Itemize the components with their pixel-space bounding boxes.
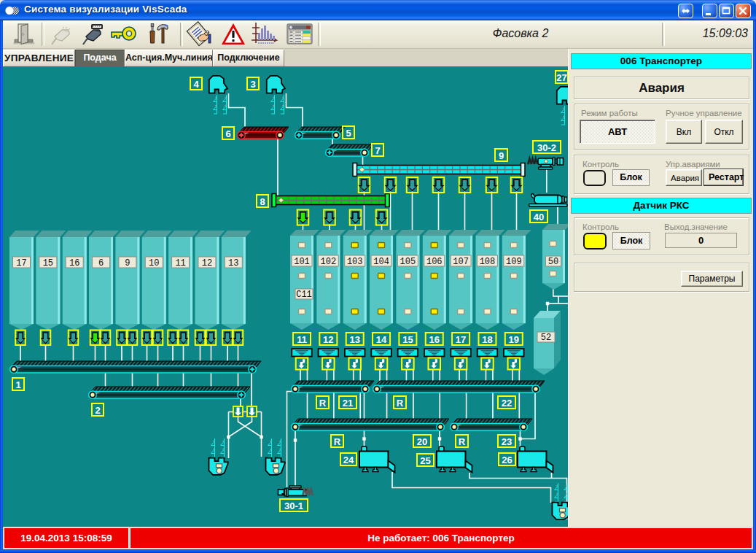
silo-mid-106-text[interactable]: 106: [426, 257, 443, 267]
resize-button[interactable]: [678, 4, 693, 18]
equip-label-24-text[interactable]: 24: [343, 455, 354, 465]
silo-109-level-indicator[interactable]: [510, 274, 517, 279]
machine-30-1[interactable]: [278, 486, 307, 497]
silo-left-6-top[interactable]: [89, 231, 119, 237]
machine-30-2[interactable]: [538, 158, 564, 169]
silo-left-10-top[interactable]: [142, 231, 172, 237]
silo-left-6-body[interactable]: [89, 237, 113, 324]
silo-left-16-funnel[interactable]: [63, 324, 87, 330]
gate-valve-18-glyph2[interactable]: [486, 362, 488, 366]
silo-left-13-funnel[interactable]: [222, 324, 246, 330]
equip-label-1-text[interactable]: 1: [15, 379, 20, 390]
gate-label-13-text[interactable]: 13: [349, 334, 359, 345]
machine-30-2-flange2[interactable]: [556, 159, 557, 164]
gate-label-19-text[interactable]: 19: [509, 334, 519, 345]
silo-104-level-indicator[interactable]: [378, 274, 385, 279]
gate-valve-14-glyph1[interactable]: [382, 359, 384, 363]
silo-left-17-top[interactable]: [9, 231, 39, 237]
elevator-boot-1-eye[interactable]: [273, 468, 278, 473]
gate-valve-14-glyph3[interactable]: [378, 366, 383, 368]
silo-left-17-text[interactable]: 17: [16, 258, 26, 268]
elevator-belt-1[interactable]: [271, 95, 284, 114]
silo-mid-104-funnel[interactable]: [370, 323, 393, 330]
silo-mid-104-text[interactable]: 104: [373, 257, 389, 267]
silo-104-level-indicator[interactable]: [378, 243, 385, 248]
gate-valve-19-glyph1[interactable]: [515, 359, 517, 363]
equip-label-4-text[interactable]: 4: [193, 79, 199, 90]
elevator-belt-0[interactable]: [214, 95, 227, 114]
conveyor-c21[interactable]: [292, 381, 374, 392]
equip-label-R-text[interactable]: R: [397, 398, 404, 409]
silo-left-6-stripe[interactable]: [111, 237, 113, 324]
silo-left-12-body[interactable]: [195, 237, 219, 324]
silo-103-level-indicator[interactable]: [351, 274, 358, 279]
silo-mid-106-top[interactable]: [423, 230, 452, 236]
packer-0[interactable]: [359, 446, 395, 473]
on-button[interactable]: Вкл: [666, 120, 702, 144]
silo-mid-104-top[interactable]: [370, 230, 399, 236]
silo-mid-105-top[interactable]: [396, 230, 425, 236]
packer-0-body[interactable]: [359, 452, 389, 468]
equip-label-R-text[interactable]: R: [334, 436, 341, 447]
silo-mid-106-stripe[interactable]: [444, 236, 446, 323]
elevator-boot-0[interactable]: [209, 458, 228, 475]
silo-mid-107-top[interactable]: [449, 230, 478, 236]
equip-label-R-text[interactable]: R: [459, 436, 466, 447]
silo-left-12[interactable]: [195, 231, 225, 330]
equip-label-22-text[interactable]: 22: [502, 398, 512, 409]
gate-valve-11-glyph1[interactable]: [303, 359, 305, 363]
gate-valve-13-glyph2[interactable]: [353, 362, 355, 366]
elevator-head-1[interactable]: [267, 76, 285, 93]
gate-valve-18-glyph1[interactable]: [488, 359, 490, 363]
silo-107-level-indicator[interactable]: [458, 243, 464, 248]
exit-door-button[interactable]: [10, 22, 38, 47]
equip-label-7-text[interactable]: 7: [375, 145, 380, 156]
machine-30-2-dot[interactable]: [545, 160, 548, 163]
elevator-belt-2[interactable]: [561, 106, 569, 125]
silo-left-17-body[interactable]: [9, 237, 34, 324]
gate-valve-19-glyph2[interactable]: [512, 362, 514, 366]
restart-button[interactable]: Рестарт: [704, 169, 744, 186]
silo-mid-107-funnel[interactable]: [449, 323, 472, 330]
silo-left-11-stripe[interactable]: [190, 237, 192, 324]
gate-label-18-text[interactable]: 18: [482, 334, 492, 345]
equip-label-21-text[interactable]: 21: [343, 398, 353, 409]
machine-40[interactable]: [529, 194, 568, 207]
silo-mid-108-stripe[interactable]: [496, 236, 499, 323]
silo-mid-103-top[interactable]: [343, 230, 373, 236]
silo-left-11-top[interactable]: [168, 231, 198, 237]
bin-52-text[interactable]: 52: [541, 333, 551, 343]
tab-3[interactable]: Подключение: [213, 50, 284, 66]
silo-mid-103-text[interactable]: 103: [347, 257, 363, 267]
silo-101-level-indicator[interactable]: [299, 274, 305, 279]
silo-left-11-funnel[interactable]: [168, 324, 192, 330]
equip-label-6-text[interactable]: 6: [225, 128, 230, 139]
tab-2[interactable]: Асп-ция.Муч.линия: [125, 50, 213, 66]
gate-valve-15-glyph3[interactable]: [405, 366, 410, 368]
conveyor-c7[interactable]: [326, 144, 373, 156]
silo-105-level-indicator[interactable]: [405, 309, 411, 314]
gate-valve-16-glyph3[interactable]: [431, 366, 437, 368]
silo-mid-105-text[interactable]: 105: [400, 257, 416, 267]
gate-valve-13-glyph1[interactable]: [356, 359, 358, 363]
machine-30-1-dot[interactable]: [282, 493, 284, 495]
silo-mid-104-stripe[interactable]: [391, 236, 393, 323]
silo-left-13-top[interactable]: [222, 231, 252, 237]
gate-valve-18-glyph3[interactable]: [484, 366, 490, 368]
machine-30-1-flange2[interactable]: [287, 488, 288, 497]
silo-left-10[interactable]: [142, 231, 172, 330]
equip-label-9-text[interactable]: 9: [499, 150, 504, 161]
packer-1-chute[interactable]: [466, 461, 472, 473]
gate-label-12-text[interactable]: 12: [323, 334, 333, 345]
equip-label-25-text[interactable]: 25: [420, 455, 430, 466]
silo-mid-106-funnel[interactable]: [423, 323, 446, 330]
disconnect-button[interactable]: [48, 22, 76, 47]
gate-valve-15-glyph1[interactable]: [408, 359, 410, 363]
gate-valve-11-glyph3[interactable]: [298, 366, 304, 368]
silo-left-10-funnel[interactable]: [142, 324, 166, 330]
gate-valve-17-glyph3[interactable]: [458, 366, 464, 368]
gate-valve-11-glyph2[interactable]: [300, 362, 303, 366]
silo-mid-109-text[interactable]: 109: [506, 257, 522, 267]
silo-mid-102-text[interactable]: 102: [321, 257, 337, 267]
silo-104-level-indicator[interactable]: [378, 309, 385, 314]
